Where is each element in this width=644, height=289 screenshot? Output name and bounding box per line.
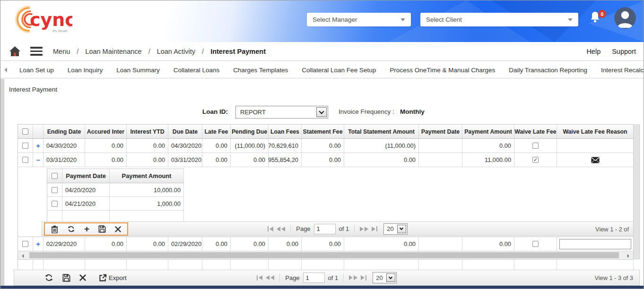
save-icon <box>98 225 106 233</box>
tab-scroll-left-icon[interactable] <box>4 68 7 72</box>
user-avatar[interactable] <box>614 7 636 29</box>
table-row: − 03/31/2020 0.00 0.00 03/31/2020 0.00 0… <box>18 153 633 167</box>
add-payment-button[interactable]: + <box>84 225 89 233</box>
select-manager-dropdown[interactable]: Select Manager <box>307 13 411 26</box>
last-page-button[interactable] <box>361 275 366 280</box>
waive-late-fee-reason-input[interactable] <box>559 239 631 249</box>
waive-late-fee-checkbox[interactable] <box>514 139 557 153</box>
col-due-date[interactable]: Due Date <box>168 125 202 138</box>
loan-tab-bar: Loan Set up Loan Inquiry Loan Summary Co… <box>0 61 644 78</box>
tab-daily-transaction-reporting[interactable]: Daily Transaction Reporting <box>509 62 587 77</box>
col-accrued-interest[interactable]: Accured Inter <box>85 125 127 138</box>
page-number-input[interactable] <box>314 224 336 234</box>
tab-collateral-loans[interactable]: Collateral Loans <box>174 62 220 77</box>
reload-payments-button[interactable] <box>67 225 75 233</box>
expand-row-button[interactable]: + <box>33 237 44 251</box>
row-checkbox[interactable] <box>18 139 33 153</box>
table-row: + 02/29/2020 0.00 0.00 02/29/2020 0.00 0… <box>18 237 633 251</box>
breadcrumb-item[interactable]: Loan Activity <box>157 48 195 55</box>
col-waive-late-fee-reason[interactable]: Waive Late Fee Reason <box>557 125 634 138</box>
waive-late-fee-checkbox[interactable] <box>514 237 557 251</box>
breadcrumb-item[interactable]: Menu <box>53 48 70 55</box>
envelope-icon[interactable] <box>591 157 600 163</box>
select-arrow-button[interactable] <box>316 107 327 117</box>
select-client-dropdown[interactable]: Select Client <box>420 13 578 26</box>
invoice-frequency-value: Monthly <box>400 108 425 115</box>
breadcrumb-separator: / <box>77 48 78 55</box>
cell-payment-amount: 0.00 <box>462 237 514 251</box>
col-pending-due[interactable]: Pending Due <box>231 125 269 138</box>
loan-id-select[interactable]: REPORT <box>235 106 328 119</box>
waive-late-fee-checkbox[interactable]: ✓ <box>514 153 557 167</box>
first-page-button[interactable] <box>268 226 273 231</box>
select-all-checkbox[interactable] <box>18 125 33 138</box>
hamburger-menu-icon[interactable] <box>30 47 43 56</box>
cell-loan-fees: 70,629,610 <box>269 139 302 153</box>
top-header: cync ® It's Smart Select Manager Select … <box>0 0 644 42</box>
expand-row-button[interactable]: + <box>33 139 44 153</box>
cell-total-statement-amount: (11,000.00) <box>344 139 419 153</box>
col-payment-amount[interactable]: Payment Amount <box>462 125 514 138</box>
subgrid-select-all-checkbox[interactable] <box>47 169 62 183</box>
tab-charges-templates[interactable]: Charges Templates <box>233 62 288 77</box>
select-arrow-button[interactable] <box>386 273 395 282</box>
prev-page-button[interactable] <box>277 227 285 231</box>
save-payment-button[interactable] <box>98 225 106 233</box>
support-link[interactable]: Support <box>612 48 636 55</box>
notifications-button[interactable]: 0 <box>590 11 607 30</box>
home-button[interactable] <box>9 46 21 57</box>
scrollbar-track[interactable] <box>28 251 623 259</box>
tab-collateral-loan-fee-setup[interactable]: Collateral Loan Fee Setup <box>302 62 376 77</box>
page-size-select[interactable]: 20 <box>383 223 407 235</box>
subgrid-row-checkbox[interactable] <box>47 183 62 196</box>
prev-page-button[interactable] <box>266 275 274 280</box>
scroll-right-button[interactable]: › <box>623 251 633 259</box>
cell-loan-fees: 955,854,20 <box>269 153 302 167</box>
page-size-select[interactable]: 20 <box>373 272 396 283</box>
cancel-edit-button[interactable] <box>115 226 121 232</box>
col-loan-fees[interactable]: Loan Fees <box>269 125 302 138</box>
tab-loan-set-up[interactable]: Loan Set up <box>19 62 54 77</box>
col-statement-fee[interactable]: Statement Fee <box>302 125 344 138</box>
breadcrumb-item[interactable]: Loan Maintenance <box>85 48 141 55</box>
row-checkbox[interactable] <box>18 153 33 167</box>
col-ending-date[interactable]: Ending Date <box>44 125 85 138</box>
tab-interest-recalculation[interactable]: Interest Recalculation <box>601 62 644 77</box>
subgrid-row-checkbox[interactable] <box>47 197 62 210</box>
grid-vertical-scrollbar[interactable] <box>633 124 640 259</box>
cell-pending-due: 0.00 <box>231 237 269 251</box>
tab-process-onetime-manual-charges[interactable]: Process OneTime & Manual Charges <box>390 62 495 77</box>
logo-registered-mark: ® <box>68 24 71 28</box>
loan-filter-row: Loan ID: REPORT Invoice Frequency : Mont… <box>0 105 644 119</box>
subgrid-cell-payment-date: 04/20/2020 <box>62 183 110 196</box>
grid-pager: Page of 1 20 <box>257 272 397 283</box>
select-client-label: Select Client <box>426 16 462 23</box>
select-arrow-button[interactable] <box>397 225 406 233</box>
scroll-left-button[interactable]: ‹ <box>18 251 28 259</box>
col-waive-late-fee[interactable]: Waive Late Fee <box>514 125 557 138</box>
first-page-button[interactable] <box>257 275 262 280</box>
tab-loan-inquiry[interactable]: Loan Inquiry <box>68 62 103 77</box>
col-late-fee[interactable]: Late Fee <box>202 125 231 138</box>
loan-id-value: REPORT <box>236 109 266 116</box>
col-payment-date[interactable]: Payment Date <box>419 125 462 138</box>
collapse-row-button[interactable]: − <box>33 153 44 167</box>
next-page-button[interactable] <box>349 275 357 280</box>
delete-payment-button[interactable] <box>51 225 58 233</box>
next-page-button[interactable] <box>360 227 368 231</box>
subgrid-col-payment-date[interactable]: Payment Date <box>62 169 110 183</box>
row-checkbox[interactable] <box>18 237 33 251</box>
cell-due-date: 04/30/2020 <box>168 139 202 153</box>
help-link[interactable]: Help <box>586 48 600 55</box>
col-total-statement-amount[interactable]: Total Statement Amount <box>344 125 419 138</box>
col-interest-ytd[interactable]: Interest YTD <box>127 125 168 138</box>
tab-loan-summary[interactable]: Loan Summary <box>116 62 160 77</box>
cell-statement-fee: 0.00 <box>302 237 344 251</box>
scrollbar-thumb[interactable] <box>29 252 619 258</box>
cell-statement-fee: 0.00 <box>302 139 344 153</box>
page-number-input[interactable] <box>303 272 325 283</box>
cell-late-fee: 0.00 <box>202 139 231 153</box>
last-page-button[interactable] <box>372 226 377 231</box>
subgrid-col-payment-amount[interactable]: Payment Amount <box>110 169 184 183</box>
subgrid-cell-payment-amount: 1,000.00 <box>110 197 184 210</box>
